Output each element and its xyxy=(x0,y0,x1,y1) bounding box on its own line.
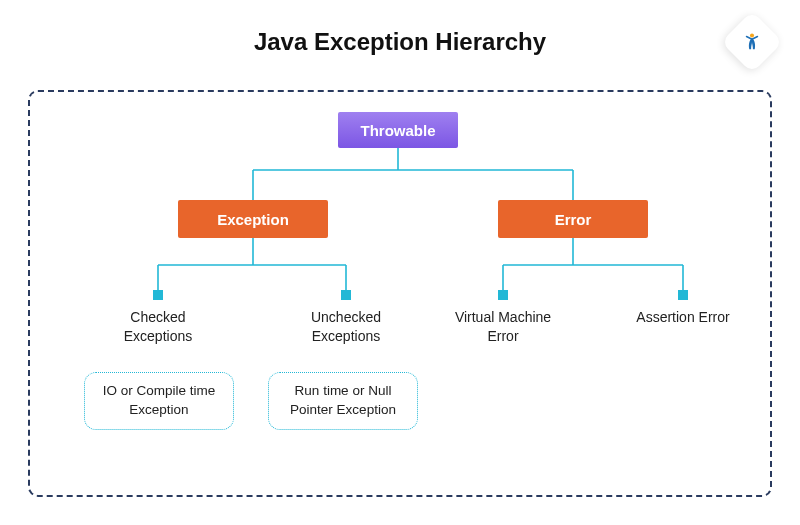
node-unchecked-exceptions: Unchecked Exceptions xyxy=(286,308,406,346)
node-virtual-machine-error: Virtual Machine Error xyxy=(443,308,563,346)
detail-io-compile-exception: IO or Compile time Exception xyxy=(84,372,234,430)
connector-lines xyxy=(28,90,772,497)
node-exception: Exception xyxy=(178,200,328,238)
leaf-marker xyxy=(153,290,163,300)
node-checked-exceptions: Checked Exceptions xyxy=(98,308,218,346)
leaf-marker xyxy=(678,290,688,300)
page-title: Java Exception Hierarchy xyxy=(0,0,800,74)
node-throwable: Throwable xyxy=(338,112,458,148)
svg-point-0 xyxy=(750,34,754,38)
node-error: Error xyxy=(498,200,648,238)
node-assertion-error: Assertion Error xyxy=(623,308,743,327)
detail-runtime-null-pointer: Run time or Null Pointer Exception xyxy=(268,372,418,430)
leaf-marker xyxy=(498,290,508,300)
diagram-canvas: Throwable Exception Error Checked Except… xyxy=(28,90,772,497)
leaf-marker xyxy=(341,290,351,300)
person-reach-icon xyxy=(741,31,763,53)
